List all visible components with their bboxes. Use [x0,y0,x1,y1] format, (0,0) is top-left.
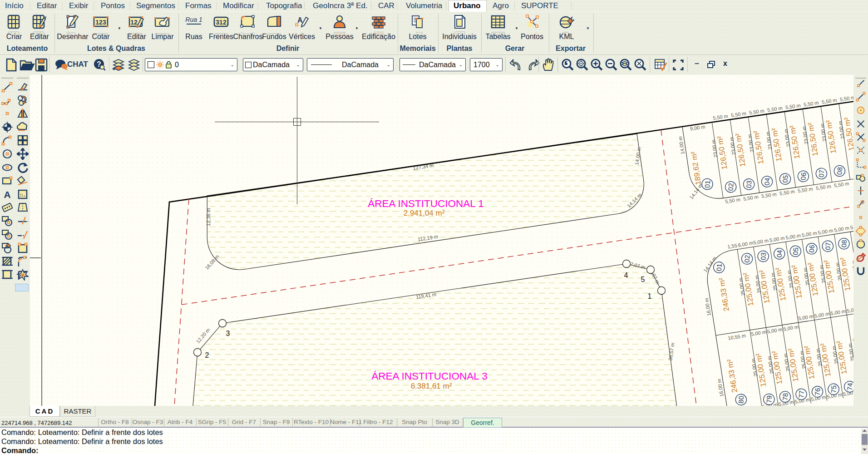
svg-text:312: 312 [216,19,227,26]
svg-text:75: 75 [829,385,838,393]
svg-text:A: A [4,189,10,200]
svg-text:78: 78 [781,393,789,401]
svg-text:1: 1 [648,292,652,300]
svg-text:Rua 1: Rua 1 [185,16,202,23]
svg-text:5: 5 [641,276,645,283]
svg-text:12: 12 [130,19,138,26]
svg-text:02: 02 [727,183,735,191]
svg-text:77: 77 [797,390,805,399]
svg-text:6.381,61 m²: 6.381,61 m² [411,382,452,390]
svg-text:08: 08 [835,167,843,175]
svg-text:05: 05 [791,247,799,256]
svg-text:06: 06 [799,172,807,180]
svg-text:76: 76 [814,388,822,396]
svg-text:79: 79 [765,395,773,404]
svg-text:07: 07 [817,169,825,178]
svg-text:07: 07 [824,242,832,250]
svg-text:06: 06 [808,245,816,253]
svg-text:01: 01 [703,180,711,188]
svg-text:03: 03 [745,180,753,188]
svg-text:05: 05 [781,175,789,183]
svg-text:08: 08 [840,240,848,248]
svg-text:A: A [297,16,303,24]
svg-text:04: 04 [763,178,771,186]
svg-text:04: 04 [775,250,784,258]
svg-text:03: 03 [759,252,767,261]
svg-text:ÁREA INSTITUCIONAL 3: ÁREA INSTITUCIONAL 3 [371,370,487,382]
svg-text:80: 80 [737,395,745,404]
svg-text:01: 01 [715,263,723,271]
svg-text:02: 02 [743,255,751,263]
svg-text:2.941,04 m²: 2.941,04 m² [404,209,445,217]
svg-text:2: 2 [205,351,209,359]
svg-text:ÁREA INSTITUCIONAL 1: ÁREA INSTITUCIONAL 1 [368,198,483,209]
svg-text:74: 74 [846,383,853,391]
svg-text:123: 123 [95,19,106,26]
svg-text:3: 3 [226,330,230,337]
svg-text:12,36 m: 12,36 m [206,208,211,226]
svg-text:4: 4 [624,271,628,279]
